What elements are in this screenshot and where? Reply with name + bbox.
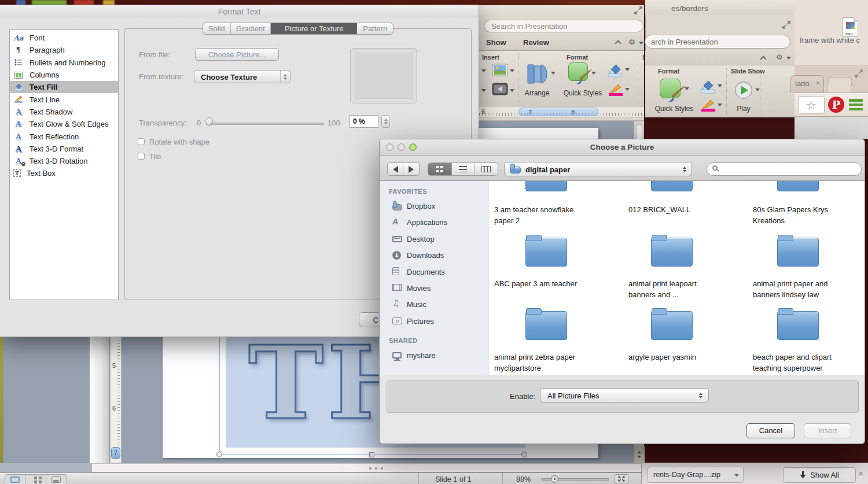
transparency-slider[interactable] <box>206 123 324 125</box>
folder-icon[interactable] <box>525 181 567 191</box>
movie-dropdown-icon[interactable] <box>510 89 514 92</box>
folder-icon[interactable] <box>777 311 819 340</box>
folder-label[interactable]: ABC paper 3 am teacher <box>494 278 610 289</box>
arrange-dropdown-icon[interactable] <box>551 72 556 75</box>
sidebar-item-pictures[interactable]: Pictures <box>407 317 434 326</box>
ppt-titlebar[interactable] <box>477 5 644 17</box>
column-view-button[interactable] <box>475 163 498 175</box>
play-button[interactable] <box>735 82 752 99</box>
rotate-checkbox-label[interactable]: Rotate with shape <box>149 138 209 146</box>
quick-styles-dropdown-icon-2[interactable] <box>685 87 689 90</box>
gear-dropdown-icon[interactable] <box>639 42 643 45</box>
tab-show[interactable]: Show <box>486 38 506 47</box>
sidebar-item-music[interactable]: Music <box>407 300 426 309</box>
transparency-stepper[interactable] <box>381 115 390 128</box>
search-input-2[interactable]: arch in Presentation <box>645 35 790 49</box>
search-input[interactable]: Search in Presentation <box>484 20 643 32</box>
folder-label[interactable]: animal print zebra paper myclipartstore <box>494 352 610 374</box>
rotate-checkbox[interactable] <box>138 138 145 145</box>
sidebar-item-3d-rotation[interactable]: A✕ Text 3-D Rotation <box>10 155 118 167</box>
line-pencil-icon-2[interactable] <box>700 99 716 112</box>
ribbon-collapse-icon[interactable] <box>615 40 621 46</box>
insert-picture-icon[interactable] <box>492 64 508 76</box>
pencil-dropdown-icon[interactable] <box>625 88 630 91</box>
bucket-dropdown-icon[interactable] <box>625 68 630 71</box>
back-button[interactable] <box>388 163 403 175</box>
forward-button[interactable] <box>403 163 419 175</box>
quick-styles-label-2[interactable]: Quick Styles <box>651 105 697 113</box>
png-file-icon[interactable]: PNG <box>843 17 858 37</box>
sidebar-item-text-fill[interactable]: Text Fill <box>10 81 118 93</box>
folder-label[interactable]: animal print leapoart banners and ... <box>628 278 738 300</box>
horizontal-scrollbar[interactable] <box>92 463 641 472</box>
choose-texture-dropdown[interactable]: Choose Texture <box>194 70 290 83</box>
sidebar-item-columns[interactable]: Columns <box>10 69 118 81</box>
menu-hamburger-icon[interactable] <box>849 99 863 110</box>
bucket-dropdown-icon-2[interactable] <box>718 84 722 87</box>
quick-styles-label[interactable]: Quick Styles <box>560 89 605 97</box>
folder-label[interactable]: beach paper and clipart teaching superpo… <box>753 352 863 374</box>
sidebar-item-text-glow[interactable]: A Text Glow & Soft Edges <box>10 118 118 130</box>
sidebar-item-text-line[interactable]: Text Line <box>10 93 118 105</box>
sidebar-item-myshare[interactable]: myshare <box>407 351 436 360</box>
partial-cancel-button[interactable]: C <box>359 312 381 327</box>
arrange-icon[interactable] <box>524 62 550 86</box>
play-label[interactable]: Play <box>733 105 754 113</box>
sidebar-item-text-shadow[interactable]: A Text Shadow <box>10 106 118 118</box>
folder-icon[interactable] <box>525 311 567 340</box>
show-all-button[interactable]: Show All <box>783 467 856 483</box>
folder-icon[interactable] <box>651 238 693 267</box>
chooser-titlebar[interactable]: Choose a Picture <box>380 139 865 156</box>
gear-dropdown-icon-2[interactable] <box>786 57 791 60</box>
insert-movie-icon[interactable] <box>492 82 508 96</box>
selection-handle-left[interactable] <box>216 452 222 457</box>
sidebar-item-3d-format[interactable]: A Text 3-D Format <box>10 143 118 155</box>
line-pencil-icon[interactable] <box>608 83 624 96</box>
tab-gradient[interactable]: Gradient <box>231 23 271 34</box>
download-item-dropdown-icon[interactable] <box>734 474 739 477</box>
sidebar-item-dropbox[interactable]: Dropbox <box>407 202 435 210</box>
gear-icon[interactable]: ⚙ <box>628 38 635 46</box>
sidebar-item-desktop[interactable]: Desktop <box>407 235 435 243</box>
ribbon-collapse-icon-2[interactable] <box>760 56 766 62</box>
expand-icon[interactable] <box>782 21 790 29</box>
tab-picture-or-texture[interactable]: Picture or Texture <box>271 23 357 34</box>
picture-dropdown-icon[interactable] <box>510 69 514 72</box>
cut-dropdown-icon2[interactable] <box>481 89 486 92</box>
transparency-value-field[interactable]: 0 % <box>350 115 378 128</box>
folder-label[interactable]: animal print paper and banners lindsey l… <box>753 278 863 300</box>
bookmark-star-icon[interactable]: ☆ <box>806 98 816 112</box>
fill-bucket-icon-2[interactable] <box>700 80 715 94</box>
pencil-dropdown-icon-2[interactable] <box>718 104 722 106</box>
slide-sorter-button[interactable] <box>25 475 46 484</box>
omnibox-end[interactable]: ☆ <box>798 96 825 114</box>
normal-view-button[interactable] <box>5 475 25 484</box>
selection-handle-mid[interactable] <box>369 452 374 457</box>
folder-label[interactable]: 012 BRICK_WALL <box>628 204 738 215</box>
sidebar-item-text-box[interactable]: T Text Box <box>10 167 118 179</box>
scroll-up-icon[interactable] <box>638 451 641 453</box>
sidebar-item-text-reflection[interactable]: A Text Reflection <box>10 130 118 142</box>
sidebar-item-downloads[interactable]: Downloads <box>407 251 444 260</box>
cancel-button[interactable]: Cancel <box>746 423 795 438</box>
sidebar-item-documents[interactable]: Documents <box>407 268 445 276</box>
scrollbar-arrows[interactable] <box>634 446 645 463</box>
selection-handle-right[interactable] <box>521 452 527 457</box>
expand-icon[interactable] <box>634 6 642 14</box>
list-view-button[interactable] <box>452 163 475 175</box>
folder-label[interactable]: 80s Glam Papers Krys Kreations <box>753 204 863 226</box>
tile-checkbox[interactable] <box>138 153 145 160</box>
sidebar-item-bullets[interactable]: Bullets and Numbering <box>10 57 118 69</box>
quick-styles-dropdown-icon[interactable] <box>591 72 596 75</box>
folder-icon[interactable] <box>651 181 693 191</box>
play-dropdown-icon[interactable] <box>755 88 760 91</box>
folder-icon[interactable] <box>525 238 567 267</box>
sidebar-item-applications[interactable]: Applications <box>407 218 447 227</box>
browser-tab[interactable]: lado × <box>790 75 824 93</box>
zoom-slider-thumb[interactable] <box>551 475 558 483</box>
fill-bucket-icon[interactable] <box>608 64 623 77</box>
scroll-down-icon[interactable] <box>638 456 641 458</box>
folder-icon[interactable] <box>777 181 819 191</box>
presenter-view-button[interactable] <box>46 475 67 484</box>
tab-solid[interactable]: Solid <box>203 23 231 34</box>
